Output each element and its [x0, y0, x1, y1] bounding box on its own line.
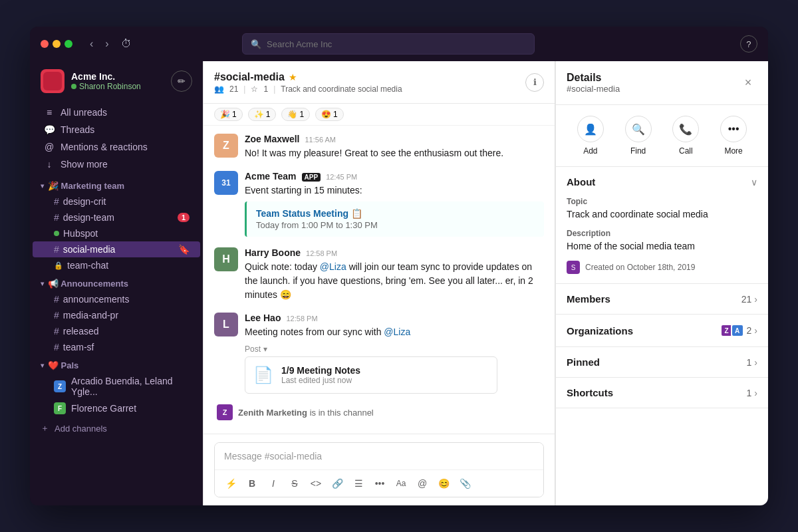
message-time: 11:56 AM: [305, 136, 335, 144]
italic-button[interactable]: I: [264, 474, 283, 493]
channel-released[interactable]: # released: [33, 323, 200, 339]
system-avatar: Z: [217, 404, 233, 420]
search-input[interactable]: [267, 39, 526, 49]
post-card[interactable]: 📄 1/9 Meeting Notes Last edited just now: [245, 356, 497, 394]
action-more[interactable]: ••• More: [720, 116, 747, 156]
about-content: Topic Track and coordinate social media …: [556, 197, 768, 283]
avatar-text: Z: [223, 140, 229, 152]
shortcuts-count: 1: [747, 388, 752, 398]
chevron-icon: ▾: [41, 280, 44, 287]
message-header: Lee Hao 12:58 PM: [245, 313, 544, 323]
bold-button[interactable]: B: [243, 474, 261, 493]
attach-button[interactable]: 📎: [456, 474, 474, 493]
message-time: 12:58 PM: [306, 249, 337, 257]
show-more-label: Show more: [61, 159, 190, 170]
strikethrough-button[interactable]: S: [285, 474, 304, 493]
message-content: Harry Boone 12:58 PM Quick note: today @…: [245, 247, 544, 302]
close-details-button[interactable]: ×: [739, 74, 757, 92]
section-pals[interactable]: ▾ ❤️ Pals: [30, 355, 203, 373]
help-button[interactable]: ?: [740, 35, 757, 53]
organizations-row[interactable]: Organizations Z A 2 ›: [556, 315, 768, 347]
section-announcements[interactable]: ▾ 📢 Announcements: [30, 273, 203, 291]
org-avatars: Z A: [720, 324, 744, 337]
members-row[interactable]: Members 21 ›: [556, 284, 768, 315]
reaction-count: 1: [299, 110, 304, 119]
close-traffic-light[interactable]: [41, 40, 49, 48]
messages-area[interactable]: Z Zoe Maxwell 11:56 AM No! It was my ple…: [203, 126, 555, 434]
post-info: 1/9 Meeting Notes Last edited just now: [281, 365, 360, 385]
lightning-button[interactable]: ⚡: [221, 474, 240, 493]
format-button[interactable]: Aa: [392, 474, 410, 493]
add-channels-button[interactable]: ＋ Add channels: [30, 417, 203, 440]
channel-name: released: [63, 326, 190, 336]
star-count: 1: [263, 84, 268, 94]
more-button[interactable]: •••: [370, 474, 389, 493]
call-icon: 📞: [672, 116, 699, 142]
message-text: No! It was my pleasure! Great to see the…: [245, 146, 544, 160]
history-button[interactable]: ⏱: [117, 35, 136, 53]
org-avatar-2: A: [731, 324, 744, 337]
shortcuts-row[interactable]: Shortcuts 1 ›: [556, 378, 768, 408]
reaction-wave[interactable]: 👋 1: [281, 108, 310, 121]
description-label: Description: [567, 229, 757, 238]
chevron-right-icon: ›: [754, 388, 757, 398]
dm-arcadio[interactable]: Z Arcadio Buendia, Leland Ygle...: [33, 373, 200, 400]
mention-button[interactable]: @: [413, 474, 432, 493]
channel-social-media[interactable]: # social-media 🔖: [33, 241, 200, 257]
shortcuts-row-left: Shortcuts: [567, 387, 613, 398]
link-button[interactable]: 🔗: [328, 474, 346, 493]
section-marketing-team[interactable]: ▾ 🎉 Marketing team: [30, 176, 203, 194]
message-zoe: Z Zoe Maxwell 11:56 AM No! It was my ple…: [214, 134, 544, 160]
user-name-label: Sharon Robinson: [79, 82, 141, 91]
star-icon[interactable]: ★: [289, 72, 297, 82]
about-section: About ∨ Topic Track and coordinate socia…: [556, 167, 768, 284]
action-call[interactable]: 📞 Call: [672, 116, 699, 156]
pinned-row[interactable]: Pinned 1 ›: [556, 347, 768, 378]
channel-team-chat[interactable]: 🔒 team-chat: [33, 257, 200, 273]
message-input[interactable]: [215, 443, 543, 469]
sidebar-item-mentions[interactable]: @ Mentions & reactions: [33, 138, 200, 156]
reaction-emoji: 🎉: [220, 110, 230, 119]
message-content: Acme Team APP 12:45 PM Event starting in…: [245, 171, 544, 237]
mention-liza[interactable]: @Liza: [320, 261, 346, 272]
action-find[interactable]: 🔍 Find: [625, 116, 652, 156]
channel-design-team[interactable]: # design-team 1: [33, 209, 200, 225]
back-button[interactable]: ‹: [86, 35, 97, 53]
reaction-party[interactable]: 🎉 1: [214, 108, 243, 121]
event-time: Today from 1:00 PM to 1:30 PM: [256, 220, 535, 230]
emoji-button[interactable]: 😊: [434, 474, 453, 493]
sidebar-item-all-unreads[interactable]: ≡ All unreads: [33, 104, 200, 121]
hash-icon: #: [54, 310, 59, 321]
compose-button[interactable]: ✏: [171, 70, 192, 92]
list-button[interactable]: ☰: [349, 474, 368, 493]
event-card[interactable]: Team Status Meeting 📋 Today from 1:00 PM…: [245, 201, 544, 237]
topic-field: Topic Track and coordinate social media: [567, 197, 757, 219]
channel-design-crit[interactable]: # design-crit: [33, 194, 200, 209]
minimize-traffic-light[interactable]: [53, 40, 61, 48]
forward-button[interactable]: ›: [101, 35, 112, 53]
message-time: 12:45 PM: [326, 173, 357, 181]
hash-icon: #: [54, 196, 59, 207]
maximize-traffic-light[interactable]: [65, 40, 72, 48]
workspace-name[interactable]: Acme Inc.: [71, 71, 164, 82]
about-header[interactable]: About ∨: [556, 167, 768, 197]
sidebar-item-show-more[interactable]: ↓ Show more: [33, 156, 200, 173]
info-button[interactable]: ℹ: [525, 73, 544, 92]
channel-announcements[interactable]: # announcements: [33, 291, 200, 307]
channel-team-sf[interactable]: # team-sf: [33, 339, 200, 355]
sidebar-item-threads[interactable]: 💬 Threads: [33, 121, 200, 138]
threads-icon: 💬: [43, 124, 55, 135]
reaction-emoji: 😍: [321, 110, 331, 119]
reaction-heart-eyes[interactable]: 😍 1: [315, 108, 344, 121]
mention-liza2[interactable]: @Liza: [384, 327, 410, 337]
dm-florence[interactable]: F Florence Garret: [33, 400, 200, 417]
channel-media-and-pr[interactable]: # media-and-pr: [33, 307, 200, 323]
message-header: Harry Boone 12:58 PM: [245, 247, 544, 258]
search-bar: 🔍: [242, 33, 535, 55]
reaction-sparkle[interactable]: ✨ 1: [248, 108, 277, 121]
channel-hubspot[interactable]: Hubspot: [33, 225, 200, 241]
code-button[interactable]: <>: [307, 474, 325, 493]
details-channel: #social-media: [567, 84, 620, 94]
message-text: Meeting notes from our sync with @Liza: [245, 325, 544, 339]
action-add[interactable]: 👤 Add: [577, 116, 604, 156]
